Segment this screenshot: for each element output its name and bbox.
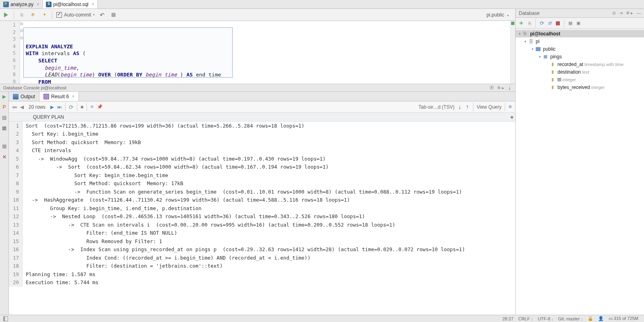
plan-text: -> WindowAgg (cost=59.84..77.34 rows=100… (23, 156, 326, 162)
plan-row[interactable]: 12 -> Nested Loop (cost=0.29..46536.13 r… (9, 213, 515, 221)
next-page-icon[interactable]: ▶ (50, 104, 54, 110)
run-button[interactable] (2, 11, 10, 19)
tab-result[interactable]: Result 6 × (39, 92, 79, 101)
first-page-icon[interactable]: ⏮ (12, 104, 17, 110)
tree-column[interactable]: ▮ ttl integer (516, 76, 644, 83)
gear-icon[interactable]: ✲ ▸ (497, 85, 504, 91)
tab-output[interactable]: Output (9, 92, 39, 101)
tree-table[interactable]: ▾ ▦ pings (516, 53, 644, 60)
caret-position[interactable]: 28:27 (500, 316, 516, 321)
close-icon[interactable]: × (72, 94, 74, 99)
autocommit-toggle[interactable]: Auto-commit ▾ (56, 12, 95, 18)
plan-row[interactable]: 5 -> WindowAgg (cost=59.84..77.34 rows=1… (9, 155, 515, 163)
plan-row[interactable]: 10 -> HashAggregate (cost=71126.44..7113… (9, 196, 515, 204)
tree-schema[interactable]: ▾ public (516, 45, 644, 53)
tool-window-icon[interactable] (3, 316, 8, 321)
layout-icon[interactable]: ▤ (1, 114, 8, 121)
tree-column[interactable]: ▮ destination text (516, 68, 644, 76)
tree-datasource[interactable]: ▾ 🐘 pi@localhost (516, 30, 644, 37)
parameters-button[interactable]: P (29, 11, 37, 19)
schema-selector[interactable]: pi.public ▾ (487, 12, 513, 18)
import-icon[interactable]: ⭱ (465, 105, 470, 109)
query-plan-grid[interactable]: 1 Sort (cost=71215.36..71215.86 rows=199… (9, 122, 515, 315)
fold-icon[interactable]: ⊟ (20, 22, 23, 26)
run-icon[interactable]: ▶ (1, 93, 8, 100)
plan-row[interactable]: 20 Execution time: 5.744 ms (9, 279, 515, 287)
plan-row[interactable]: 11 Group Key: i.begin_time, i.end_time, … (9, 204, 515, 213)
commit-button[interactable] (110, 11, 117, 19)
tree-column[interactable]: ▮ bytes_received integer (516, 83, 644, 91)
plan-row[interactable]: 2 Sort Key: i.begin_time (9, 130, 515, 138)
stop-icon[interactable] (556, 21, 560, 25)
plan-row[interactable]: 8 Sort Method: quicksort Memory: 17kB (9, 180, 515, 188)
compare-icon[interactable]: ⤧ (90, 104, 94, 109)
memory-indicator[interactable]: ▭ 315 of 725M (606, 316, 641, 321)
close-icon[interactable]: × (92, 2, 94, 6)
refresh-icon[interactable]: ⟳ (540, 20, 544, 26)
plan-row[interactable]: 3 Sort Method: quicksort Memory: 19kB (9, 138, 515, 147)
view-query-button[interactable]: View Query (477, 104, 502, 110)
cancel-icon[interactable]: ✕ (1, 154, 8, 160)
stop-icon[interactable] (1, 143, 8, 150)
prev-page-icon[interactable]: ◀ (20, 104, 24, 110)
chevron-down-icon[interactable]: ▾ (517, 32, 522, 36)
line-separator[interactable]: CRLF (516, 316, 535, 321)
db-tree[interactable]: ▾ 🐘 pi@localhost ▾ 🗄 pi ▾ public ▾ ▦ pin… (516, 29, 644, 315)
chevron-down-icon[interactable]: ▾ (537, 55, 542, 59)
plan-row[interactable]: 6 -> Sort (cost=59.84..62.34 rows=1000 w… (9, 163, 515, 171)
file-encoding[interactable]: UTF-8 (535, 316, 556, 321)
git-branch[interactable]: Git: master (556, 316, 585, 321)
plan-row[interactable]: 16 -> Index Scan using pings_recorded_at… (9, 246, 515, 254)
layout2-icon[interactable]: ▦ (1, 125, 8, 131)
gear-icon[interactable]: ✲ ▸ (626, 10, 633, 16)
sort-icon[interactable]: ◆ (509, 115, 515, 119)
split-icon[interactable]: ⇥ (619, 10, 623, 16)
lock-icon[interactable]: 🔒 (585, 316, 596, 321)
stop-result-icon[interactable]: ■ (80, 104, 83, 110)
add-datasource-icon[interactable]: ＋ (518, 19, 524, 27)
table-view-icon[interactable]: ▦ (568, 21, 572, 26)
plan-row[interactable]: 7 Sort Key: begin_time.begin_time (9, 171, 515, 180)
plan-row[interactable]: 1 Sort (cost=71215.36..71215.86 rows=199… (9, 122, 515, 130)
fold-icon[interactable]: ⊟ (20, 29, 23, 33)
chevron-down-icon[interactable]: ▾ (523, 39, 528, 43)
plan-row[interactable]: 4 CTE intervals (9, 147, 515, 155)
hide-icon[interactable]: — (636, 10, 641, 16)
tree-column[interactable]: ▮ recorded_at timestamp with time (516, 60, 644, 68)
duplicate-icon[interactable]: ⎘ (528, 21, 531, 26)
row-number: 18 (9, 262, 23, 270)
plan-row[interactable]: 13 -> CTE Scan on intervals i (cost=0.00… (9, 221, 515, 229)
export-icon[interactable]: ⭳ (458, 105, 462, 109)
rollback-button[interactable]: ↶ (99, 11, 106, 19)
datasource-icon: 🐘 (522, 31, 528, 37)
inspector-icon[interactable]: 👤 (596, 316, 606, 321)
plan-row[interactable]: 15 Rows Removed by Filter: 1 (9, 237, 515, 246)
editor-content[interactable]: EXPLAIN ANALYZE WITH intervals AS ( SELE… (24, 21, 515, 84)
settings-icon[interactable]: ✲ (508, 104, 512, 109)
sync-icon[interactable]: ⇄ (548, 21, 552, 26)
console-icon[interactable]: ▣ (576, 21, 580, 26)
explain-button[interactable]: ⎘ (18, 11, 25, 19)
tab-analyze-py[interactable]: analyze.py × (0, 0, 43, 8)
pin-icon[interactable]: 📌 (97, 104, 103, 109)
plan-row[interactable]: 14 Filter: (end_time IS NOT NULL) (9, 229, 515, 237)
parameters-icon[interactable]: P (1, 104, 8, 110)
plan-row[interactable]: 18 Filter: (destination = 'jetbrains.com… (9, 262, 515, 270)
last-page-icon[interactable]: ⏭ (57, 104, 62, 110)
plan-row[interactable]: 19 Planning time: 1.587 ms (9, 270, 515, 279)
format-selector[interactable]: Tab-se…d (TSV) (419, 104, 454, 110)
plan-row[interactable]: 17 Index Cond: ((recorded_at >= i.begin_… (9, 254, 515, 262)
plan-row[interactable]: 9 -> Function Scan on generate_series be… (9, 188, 515, 196)
sql-editor[interactable]: 123456789 ⊟ ⊟ ⊟ EXPLAIN ANALYZE WITH int… (0, 21, 515, 84)
refresh-icon[interactable]: ⟳ (69, 104, 74, 110)
close-icon[interactable]: × (37, 2, 39, 6)
pin-icon[interactable]: ⦿ (489, 85, 494, 91)
tab-sql[interactable]: pi@localhost.sql × (43, 0, 97, 8)
chevron-down-icon[interactable]: ▾ (530, 47, 535, 51)
download-icon[interactable]: ⭳ (508, 85, 512, 91)
collapse-icon[interactable]: ⊘ (612, 10, 616, 16)
result-tabs: Output Result 6 × (9, 92, 515, 101)
fold-icon[interactable]: ⊟ (20, 36, 23, 40)
tree-database[interactable]: ▾ 🗄 pi (516, 37, 644, 45)
settings-button[interactable]: ✦ (41, 11, 48, 19)
